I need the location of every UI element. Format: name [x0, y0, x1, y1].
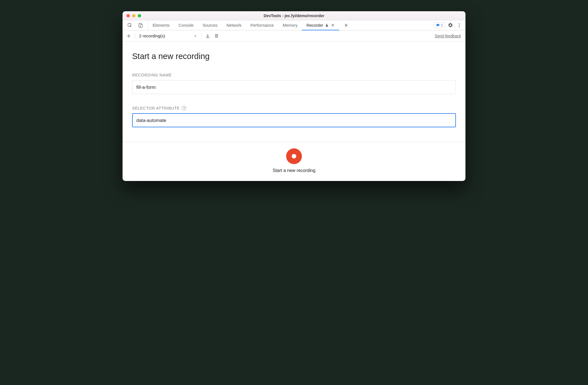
svg-point-5 [459, 25, 460, 26]
selector-attribute-field: SELECTOR ATTRIBUTE ? [132, 106, 456, 127]
recording-name-field: RECORDING NAME [132, 73, 456, 94]
tab-sources[interactable]: Sources [198, 20, 222, 30]
divider [135, 33, 135, 39]
export-button[interactable] [204, 32, 212, 40]
tab-label: Memory [283, 23, 297, 28]
zoom-window-button[interactable] [138, 14, 141, 17]
tab-label: Elements [153, 23, 169, 28]
device-toolbar-icon[interactable] [137, 21, 144, 29]
selector-attribute-input[interactable] [132, 113, 456, 127]
tab-network[interactable]: Network [222, 20, 246, 30]
page-title: Start a new recording [132, 52, 456, 61]
settings-gear-icon[interactable] [446, 21, 454, 29]
tab-console[interactable]: Console [174, 20, 198, 30]
send-feedback-link[interactable]: Send feedback [435, 34, 463, 38]
recordings-count-label: 2 recording(s) [139, 33, 165, 38]
tab-label: Sources [203, 23, 218, 28]
devtools-tabstrip: Elements Console Sources Network Perform… [123, 20, 465, 30]
more-tabs-icon[interactable] [342, 21, 350, 29]
inspect-element-icon[interactable] [126, 21, 134, 29]
tab-recorder[interactable]: Recorder ✕ [302, 20, 339, 30]
chevron-down-icon [193, 34, 197, 38]
titlebar: DevTools - jec.fyi/demo/recorder [123, 11, 465, 20]
tab-label: Recorder [306, 23, 323, 28]
tab-performance[interactable]: Performance [246, 20, 278, 30]
tab-label: Console [178, 23, 193, 28]
divider [201, 33, 202, 39]
recording-name-input[interactable] [132, 80, 456, 94]
record-icon [292, 154, 296, 158]
svg-point-4 [459, 23, 460, 24]
recording-name-label: RECORDING NAME [132, 73, 456, 77]
experimental-flask-icon [325, 23, 329, 27]
delete-button[interactable] [213, 32, 221, 40]
recorder-main: Start a new recording RECORDING NAME SEL… [123, 42, 465, 142]
start-recording-button[interactable] [286, 148, 302, 164]
svg-rect-3 [437, 25, 438, 25]
start-recording-label: Start a new recording [273, 168, 315, 173]
kebab-menu-icon[interactable] [455, 21, 463, 29]
close-tab-icon[interactable]: ✕ [331, 23, 335, 27]
svg-rect-2 [140, 24, 143, 28]
window-title: DevTools - jec.fyi/demo/recorder [123, 13, 465, 18]
issues-icon [436, 23, 440, 27]
recorder-toolbar: 2 recording(s) Send feedback [123, 30, 465, 42]
new-recording-button[interactable] [125, 32, 133, 40]
issues-button[interactable]: 1 [434, 22, 445, 28]
recorder-footer: Start a new recording [123, 142, 465, 181]
window-controls [123, 14, 141, 17]
minimize-window-button[interactable] [132, 14, 135, 17]
tab-elements[interactable]: Elements [148, 20, 174, 30]
issues-count: 1 [441, 23, 443, 27]
tab-memory[interactable]: Memory [278, 20, 302, 30]
tab-label: Performance [250, 23, 274, 28]
selector-attribute-label: SELECTOR ATTRIBUTE ? [132, 106, 456, 110]
help-icon[interactable]: ? [182, 106, 186, 110]
close-window-button[interactable] [126, 14, 130, 17]
svg-point-6 [459, 26, 460, 27]
recordings-dropdown[interactable]: 2 recording(s) [137, 33, 199, 38]
devtools-window: DevTools - jec.fyi/demo/recorder Element… [123, 11, 465, 181]
tab-label: Network [227, 23, 241, 28]
